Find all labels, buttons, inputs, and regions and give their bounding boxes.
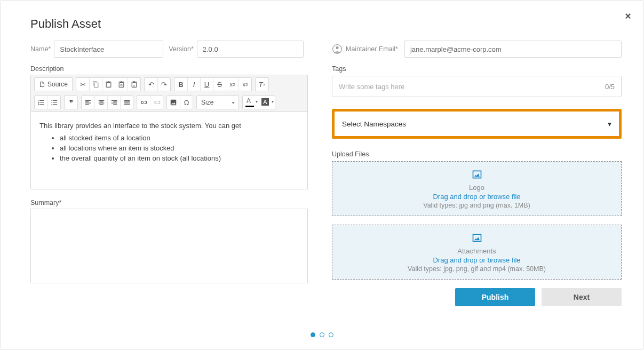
align-left-icon[interactable]: [82, 96, 94, 109]
step-dot-2[interactable]: [320, 332, 324, 337]
modal-title: Publish Asset: [30, 17, 622, 31]
logo-title: Logo: [338, 184, 616, 192]
summary-input[interactable]: [30, 209, 308, 283]
description-bullet: the overall quantity of an item on stock…: [60, 154, 299, 162]
tags-input[interactable]: [339, 83, 605, 91]
font-size-select[interactable]: Size▾: [197, 96, 238, 109]
redo-icon[interactable]: ↷: [157, 78, 170, 91]
ol-icon[interactable]: [35, 96, 47, 109]
logo-hint: Valid types: jpg and png (max. 1MB): [338, 202, 616, 209]
unlink-icon[interactable]: [150, 96, 163, 109]
bg-color-button[interactable]: A▾: [259, 96, 275, 109]
maintainer-label: Maintainer Email*: [346, 45, 398, 53]
copy-icon[interactable]: [89, 78, 102, 91]
logo-browse-link[interactable]: Drag and drop or browse file: [338, 193, 616, 201]
align-justify-icon[interactable]: [120, 96, 133, 109]
svg-text:W: W: [133, 84, 136, 86]
description-editor: Source ✂ W ↶ ↷ B I U: [30, 75, 308, 189]
bold-icon[interactable]: B: [174, 78, 187, 91]
text-color-button[interactable]: A▾: [243, 96, 259, 109]
maintainer-input[interactable]: [404, 41, 622, 58]
logo-dropzone[interactable]: Logo Drag and drop or browse file Valid …: [332, 161, 622, 216]
ul-icon[interactable]: [47, 96, 60, 109]
description-bullet: all locations where an item is stocked: [60, 144, 299, 152]
namespaces-select[interactable]: Select Namespaces ▾: [336, 113, 618, 135]
remove-format-icon[interactable]: T×: [256, 78, 268, 91]
attachments-dropzone[interactable]: Attachments Drag and drop or browse file…: [332, 225, 622, 280]
italic-icon[interactable]: I: [187, 78, 200, 91]
subscript-icon[interactable]: x2: [226, 78, 238, 91]
underline-icon[interactable]: U: [200, 78, 213, 91]
step-dot-3[interactable]: [329, 332, 333, 337]
summary-label: Summary*: [30, 199, 308, 206]
paste-word-icon[interactable]: W: [128, 78, 140, 91]
attachments-hint: Valid types: jpg, png, gif and mp4 (max.…: [338, 265, 616, 273]
namespaces-placeholder: Select Namespaces: [342, 120, 406, 128]
next-button[interactable]: Next: [542, 288, 622, 306]
special-char-icon[interactable]: Ω: [180, 96, 193, 109]
link-icon[interactable]: [137, 96, 150, 109]
attachments-browse-link[interactable]: Drag and drop or browse file: [338, 256, 616, 264]
source-button[interactable]: Source: [35, 78, 72, 91]
paste-icon[interactable]: [102, 78, 115, 91]
tags-input-wrap[interactable]: 0/5: [332, 76, 622, 97]
align-center-icon[interactable]: [94, 96, 107, 109]
description-intro: This library provides an interface to th…: [39, 122, 299, 130]
step-dot-1[interactable]: [311, 332, 315, 337]
blockquote-icon[interactable]: ❞: [65, 96, 77, 109]
cut-icon[interactable]: ✂: [76, 78, 89, 91]
description-label: Description: [30, 65, 308, 73]
publish-button[interactable]: Publish: [455, 288, 535, 306]
name-label: Name*: [30, 45, 51, 53]
image-icon[interactable]: [167, 96, 180, 109]
description-body[interactable]: This library provides an interface to th…: [31, 112, 307, 189]
tags-count: 0/5: [605, 83, 615, 91]
image-icon: [338, 233, 616, 245]
upload-label: Upload Files: [332, 150, 622, 158]
version-label: Version*: [169, 45, 194, 53]
superscript-icon[interactable]: x2: [238, 78, 251, 91]
align-right-icon[interactable]: [107, 96, 120, 109]
close-icon[interactable]: ×: [625, 11, 631, 21]
paste-text-icon[interactable]: [115, 78, 128, 91]
chevron-down-icon: ▾: [608, 120, 611, 128]
name-input[interactable]: [54, 41, 163, 58]
editor-toolbar: Source ✂ W ↶ ↷ B I U: [31, 75, 307, 112]
description-bullet: all stocked items of a location: [60, 134, 299, 142]
attachments-title: Attachments: [338, 247, 616, 255]
version-input[interactable]: [197, 41, 304, 58]
tags-label: Tags: [332, 65, 622, 73]
step-indicator: [1, 332, 643, 337]
svg-point-2: [336, 46, 339, 49]
undo-icon[interactable]: ↶: [145, 78, 157, 91]
user-icon: [332, 44, 343, 54]
image-icon: [338, 169, 616, 181]
namespaces-select-highlight: Select Namespaces ▾: [332, 109, 622, 139]
strike-icon[interactable]: S: [213, 78, 226, 91]
publish-asset-modal: × Publish Asset Name* Version* Descripti…: [1, 1, 643, 349]
